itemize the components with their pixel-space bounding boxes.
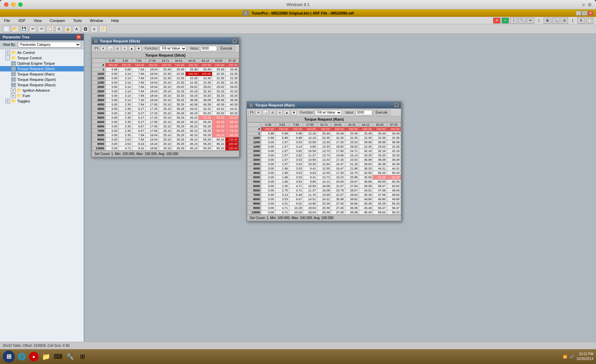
table-row[interactable]: 85000.004.319.0214.9020.3927.4536.8645.4… bbox=[247, 202, 401, 206]
data-cell[interactable]: 0.00 bbox=[105, 94, 119, 98]
data-cell[interactable]: 6.27 bbox=[132, 111, 145, 116]
table-row[interactable]: 90000.004.7110.2018.0420.3927.4536.0845.… bbox=[247, 206, 401, 210]
data-cell[interactable]: 2.35 bbox=[119, 111, 132, 116]
table-row[interactable]: 45000.001.963.538.6312.5517.2522.7532.55… bbox=[247, 171, 401, 175]
data-cell[interactable]: 25.10 bbox=[159, 138, 172, 142]
table-row[interactable]: 70000.003.145.4911.7615.6921.5728.6335.2… bbox=[247, 193, 401, 197]
table-row[interactable]: 15.885.887.8418.0425.4925.4925.4925.4925… bbox=[92, 67, 239, 72]
data-cell[interactable]: 1.57 bbox=[275, 149, 289, 153]
data-cell[interactable]: 36.08 bbox=[345, 206, 359, 210]
data-cell[interactable]: 18.04 bbox=[145, 133, 159, 138]
data-cell[interactable]: 0.00 bbox=[261, 184, 275, 188]
data-cell[interactable]: 0.00 bbox=[261, 193, 275, 197]
data-cell[interactable]: 7.84 bbox=[132, 102, 145, 107]
data-cell[interactable]: 34.51 bbox=[359, 188, 373, 193]
data-cell[interactable]: 30.20 bbox=[359, 166, 373, 171]
data-cell[interactable]: 7.84 bbox=[132, 76, 145, 81]
menu-help[interactable]: Help bbox=[110, 18, 120, 23]
table-row[interactable]: 12000.003.147.8418.0422.3522.3522.3522.3… bbox=[92, 76, 239, 81]
data-cell[interactable]: 4.71 bbox=[289, 184, 303, 188]
data-cell[interactable]: 22.35 bbox=[199, 76, 212, 81]
data-cell[interactable]: 18.04 bbox=[145, 81, 159, 85]
data-cell[interactable]: 32.16 bbox=[373, 149, 387, 153]
data-cell[interactable]: 36.08 bbox=[359, 140, 373, 145]
data-cell[interactable]: 45.10 bbox=[185, 133, 199, 138]
minimize-win-button[interactable]: _ bbox=[576, 11, 581, 16]
minimize-button[interactable] bbox=[11, 2, 16, 7]
data-cell[interactable]: 35.29 bbox=[172, 133, 186, 138]
table-row[interactable]: 25000.001.573.9211.3713.7316.8623.1433.3… bbox=[247, 153, 401, 158]
data-cell[interactable]: 13.33 bbox=[317, 140, 331, 145]
data-cell[interactable]: 32.16 bbox=[387, 149, 401, 153]
data-cell[interactable]: 3.14 bbox=[119, 72, 132, 76]
data-cell[interactable]: 0.00 bbox=[261, 162, 275, 166]
rain-close-button[interactable]: ✕ bbox=[394, 103, 399, 108]
data-cell[interactable]: 35.29 bbox=[172, 138, 186, 142]
close-red-button[interactable]: ✕ bbox=[493, 18, 500, 24]
taskbar-red-icon[interactable]: ● bbox=[28, 351, 39, 362]
data-cell[interactable]: 35.29 bbox=[172, 142, 186, 146]
menu-xdf[interactable]: XDF bbox=[17, 18, 27, 23]
data-cell[interactable]: 7.84 bbox=[132, 67, 145, 72]
data-cell[interactable]: 3.53 bbox=[289, 180, 303, 184]
data-cell[interactable]: 100.00 bbox=[225, 146, 239, 151]
data-cell[interactable]: 0.00 bbox=[105, 85, 119, 89]
data-cell[interactable]: 5.88 bbox=[289, 131, 303, 136]
data-cell[interactable]: 21.57 bbox=[331, 193, 345, 197]
data-cell[interactable]: 40.39 bbox=[225, 102, 239, 107]
data-cell[interactable]: 25.10 bbox=[159, 142, 172, 146]
table-row[interactable]: 12500.003.147.8418.0425.1022.3522.3522.3… bbox=[92, 81, 239, 85]
slick-tb-text[interactable]: A bbox=[121, 46, 128, 51]
data-cell[interactable]: 3.53 bbox=[289, 140, 303, 145]
slick-tb-close[interactable]: ✕ bbox=[100, 46, 106, 51]
data-cell[interactable]: 35.29 bbox=[172, 129, 186, 133]
data-cell[interactable]: 35.29 bbox=[172, 98, 186, 102]
slick-tb-down[interactable]: ▼ bbox=[136, 46, 142, 51]
data-cell[interactable]: 14.51 bbox=[303, 197, 317, 202]
data-cell[interactable]: 9.41 bbox=[132, 146, 145, 151]
data-cell[interactable]: 25.10 bbox=[159, 85, 172, 89]
data-cell[interactable]: 35.29 bbox=[172, 146, 186, 151]
data-cell[interactable]: 55.29 bbox=[373, 175, 387, 180]
data-cell[interactable]: 25.49 bbox=[199, 67, 212, 72]
copy-button[interactable]: ⎘ bbox=[577, 18, 585, 24]
data-cell[interactable]: 3.14 bbox=[289, 145, 303, 149]
data-cell[interactable]: 1.57 bbox=[275, 145, 289, 149]
menu-window[interactable]: Window bbox=[88, 18, 104, 23]
data-cell[interactable]: 25.49 bbox=[373, 131, 387, 136]
data-cell[interactable]: 45.10 bbox=[185, 138, 199, 142]
table-row[interactable]: 130000.004.719.4118.8225.1035.2945.1055.… bbox=[92, 146, 239, 151]
data-cell[interactable]: 25.10 bbox=[159, 124, 172, 129]
start-button[interactable]: ⊞ bbox=[3, 351, 15, 363]
tree-expander-ignition[interactable]: + bbox=[11, 88, 16, 93]
data-cell[interactable]: 4.71 bbox=[275, 210, 289, 215]
data-cell[interactable]: 1.57 bbox=[275, 140, 289, 145]
data-cell[interactable]: 49.80 bbox=[373, 197, 387, 202]
data-cell[interactable]: 17.65 bbox=[331, 149, 345, 153]
data-cell[interactable]: 9.80 bbox=[303, 145, 317, 149]
table-row[interactable]: 20000.001.573.9210.5913.7317.6524.7132.1… bbox=[247, 149, 401, 153]
data-cell[interactable]: 5.88 bbox=[105, 67, 119, 72]
taskbar-keyboard-icon[interactable]: ⌨ bbox=[53, 351, 63, 362]
data-cell[interactable]: 18.04 bbox=[145, 67, 159, 72]
data-cell[interactable]: 25.49 bbox=[225, 67, 239, 72]
data-cell[interactable]: 100.00 bbox=[159, 63, 172, 67]
rain-function-select[interactable]: Fill w/ Value bbox=[315, 110, 342, 115]
data-cell[interactable]: 47.06 bbox=[373, 188, 387, 193]
rain-tb-close[interactable]: ✕ bbox=[255, 110, 262, 115]
table-row[interactable]: 0100.00100.00100.00100.00100.00100.00100… bbox=[247, 127, 401, 131]
data-cell[interactable]: 3.53 bbox=[119, 138, 132, 142]
data-cell[interactable]: 60.39 bbox=[387, 180, 401, 184]
data-cell[interactable]: 32.16 bbox=[212, 89, 225, 94]
data-cell[interactable]: 0.00 bbox=[261, 158, 275, 162]
data-cell[interactable]: 16.86 bbox=[331, 153, 345, 158]
data-cell[interactable]: 45.49 bbox=[359, 206, 373, 210]
data-cell[interactable]: 55.29 bbox=[373, 202, 387, 206]
data-cell[interactable]: 12.55 bbox=[317, 166, 331, 171]
data-cell[interactable]: 14.12 bbox=[317, 180, 331, 184]
data-cell[interactable]: 0.00 bbox=[261, 175, 275, 180]
data-cell[interactable]: 2.35 bbox=[119, 120, 132, 124]
data-cell[interactable]: 48.63 bbox=[387, 188, 401, 193]
data-cell[interactable]: 3.14 bbox=[119, 98, 132, 102]
data-cell[interactable]: 45.10 bbox=[185, 129, 199, 133]
